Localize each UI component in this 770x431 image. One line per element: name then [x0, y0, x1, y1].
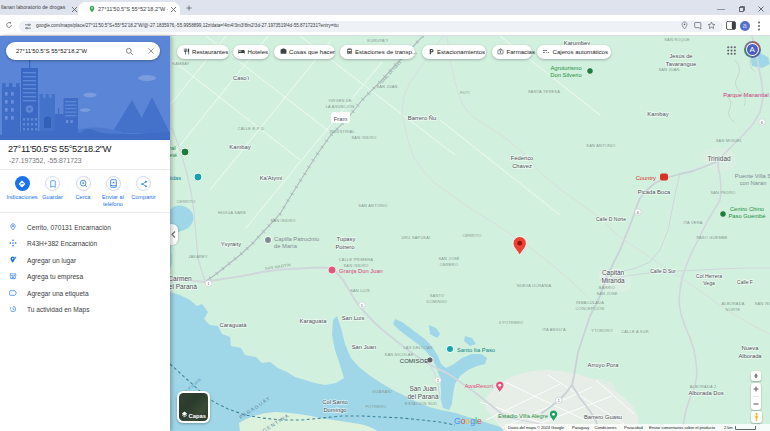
svg-text:eté: eté [170, 152, 177, 158]
svg-text:LA ASUNCIÓN: LA ASUNCIÓN [326, 104, 355, 109]
svg-text:con Naran: con Naran [740, 180, 767, 186]
svg-text:Capitán: Capitán [602, 269, 624, 277]
svg-text:Federico: Federico [511, 155, 534, 161]
svg-text:Calle D Norte: Calle D Norte [596, 216, 626, 222]
svg-text:Kambay: Kambay [229, 144, 250, 150]
svg-text:ITA ANGU'A: ITA ANGU'A [542, 327, 566, 332]
svg-text:tidas: tidas [170, 175, 181, 181]
svg-text:Tupasy: Tupasy [337, 236, 356, 242]
svg-text:Barrero Guasu: Barrero Guasu [584, 414, 622, 420]
svg-text:SAN JOSÉ: SAN JOSÉ [438, 256, 459, 261]
svg-text:Parque Manantial: Parque Manantial [723, 92, 768, 98]
svg-text:San Juan: San Juan [409, 385, 436, 392]
svg-text:Caso'i: Caso'i [233, 75, 249, 81]
svg-text:Arroyo Pora: Arroyo Pora [588, 362, 620, 368]
svg-text:CALLE A SUR: CALLE A SUR [621, 329, 649, 334]
svg-text:GUARANI: GUARANI [372, 389, 391, 394]
svg-text:DOMINGO: DOMINGO [427, 299, 448, 304]
svg-text:Alborada Dos: Alborada Dos [688, 390, 723, 396]
svg-text:SAN MIGUEL: SAN MIGUEL [716, 138, 743, 143]
svg-text:AwaResort: AwaResort [465, 383, 494, 389]
svg-text:SAN ISIDRO: SAN ISIDRO [352, 135, 377, 140]
svg-text:BARRIO: BARRIO [599, 285, 615, 290]
svg-text:Jesús de: Jesús de [669, 53, 692, 59]
svg-text:Carmen: Carmen [170, 275, 192, 282]
svg-text:Kambay: Kambay [647, 111, 668, 117]
svg-text:CALLE PRIMERA: CALLE PRIMERA [339, 257, 374, 262]
svg-text:SAN PEDRO: SAN PEDRO [710, 190, 735, 195]
svg-text:Nueva: Nueva [742, 345, 760, 351]
svg-text:ALBORADA: ALBORADA [721, 301, 744, 306]
svg-text:Calle D Sur: Calle D Sur [650, 268, 676, 274]
svg-text:PASO GUEMBE: PASO GUEMBE [696, 235, 727, 240]
svg-text:ITA VERA: ITA VERA [683, 220, 702, 225]
svg-text:ESTACIÓN SUD: ESTACIÓN SUD [405, 401, 437, 406]
svg-text:JAKAREY: JAKAREY [188, 254, 208, 259]
svg-text:SAN ANTONIO: SAN ANTONIO [586, 143, 615, 148]
svg-text:OBRERO: OBRERO [440, 262, 458, 267]
svg-text:Ka'Atymi: Ka'Atymi [260, 175, 283, 181]
svg-text:CALLE E-P-D: CALLE E-P-D [238, 126, 265, 131]
svg-text:Country: Country [636, 175, 656, 181]
svg-text:Domingo: Domingo [323, 407, 346, 413]
svg-text:Col Santo: Col Santo [322, 399, 347, 405]
svg-text:KAMBAY: KAMBAY [172, 61, 190, 66]
svg-text:Don Silverio: Don Silverio [550, 72, 581, 78]
svg-text:Calle F: Calle F [737, 279, 753, 285]
svg-text:SAN JUAN: SAN JUAN [376, 84, 397, 89]
svg-text:Capilla Patrocinio: Capilla Patrocinio [274, 236, 319, 242]
svg-text:Centro Chino: Centro Chino [730, 206, 764, 212]
svg-text:4 POTRERO: 4 POTRERO [499, 320, 524, 325]
svg-text:SAN JOSÉ: SAN JOSÉ [596, 291, 617, 296]
svg-text:SANTA TERESA: SANTA TERESA [528, 89, 560, 94]
svg-text:Granja Don Juan: Granja Don Juan [339, 268, 383, 274]
svg-text:SAN LUIS: SAN LUIS [350, 288, 370, 293]
svg-text:San Luis: San Luis [342, 315, 365, 321]
svg-text:SAN NICOLÁS: SAN NICOLÁS [385, 352, 414, 357]
svg-text:ral: ral [170, 145, 175, 151]
svg-text:SANTO: SANTO [430, 293, 445, 298]
svg-text:SAN ROQUE: SAN ROQUE [664, 37, 690, 42]
svg-text:NUEVA UCRANIA: NUEVA UCRANIA [517, 283, 552, 288]
svg-text:INMACULADA: INMACULADA [576, 300, 604, 305]
svg-text:Karaguata: Karaguata [300, 318, 328, 324]
svg-text:Estadio Villa Alegre: Estadio Villa Alegre [498, 413, 548, 419]
svg-text:CERRITO: CERRITO [462, 233, 481, 238]
svg-text:YTORORO: YTORORO [591, 328, 612, 333]
svg-text:SAN ISID: SAN ISID [755, 301, 770, 306]
svg-text:Barrero Ñu: Barrero Ñu [408, 115, 436, 121]
svg-text:SAN ANTONIO: SAN ANTONIO [358, 203, 387, 208]
svg-text:NORTE: NORTE [726, 307, 741, 312]
svg-text:Miranda: Miranda [601, 277, 625, 284]
svg-text:Caraguatá: Caraguatá [219, 322, 247, 328]
svg-text:ALBORADA 2: ALBORADA 2 [690, 384, 717, 389]
svg-text:Col Herrera: Col Herrera [696, 273, 722, 279]
svg-text:INDUSTRIAL: INDUSTRIAL [329, 129, 355, 134]
svg-text:Alborada: Alborada [738, 353, 762, 359]
svg-text:POTRERO: POTRERO [366, 404, 387, 409]
svg-text:del Paraná: del Paraná [170, 283, 197, 290]
svg-text:Potrero: Potrero [335, 244, 354, 250]
svg-text:LAS DELICIAS: LAS DELICIAS [403, 345, 432, 350]
svg-text:Vega: Vega [703, 280, 715, 286]
svg-text:SAN ISIDRO: SAN ISIDRO [271, 218, 296, 223]
svg-text:SAN JUAN: SAN JUAN [658, 67, 679, 72]
svg-text:KURUPA'Y: KURUPA'Y [367, 38, 388, 43]
svg-text:del Paraná: del Paraná [408, 393, 439, 400]
svg-text:FUTI: FUTI [460, 90, 470, 95]
svg-text:Yvyraity: Yvyraity [221, 241, 241, 247]
svg-text:URU SAPUKAI: URU SAPUKAI [401, 235, 430, 240]
svg-text:COMISOE: COMISOE [400, 358, 428, 364]
svg-text:San Juan: San Juan [352, 344, 377, 350]
svg-text:Fram: Fram [334, 116, 348, 122]
svg-text:Santo Ita Paso: Santo Ita Paso [457, 347, 495, 353]
svg-text:Puente Villa S: Puente Villa S [735, 173, 770, 179]
svg-text:Chavez: Chavez [512, 163, 532, 169]
svg-text:CONCEPCIÓN: CONCEPCIÓN [576, 306, 605, 311]
svg-text:de María: de María [274, 243, 298, 249]
svg-text:Trinidad: Trinidad [707, 155, 731, 162]
svg-text:HUGUA KARE: HUGUA KARE [218, 210, 246, 215]
svg-text:CERRITO: CERRITO [176, 199, 195, 204]
svg-text:Agroturismo: Agroturismo [550, 65, 581, 71]
svg-text:VIRGEN DE: VIRGEN DE [328, 98, 352, 103]
